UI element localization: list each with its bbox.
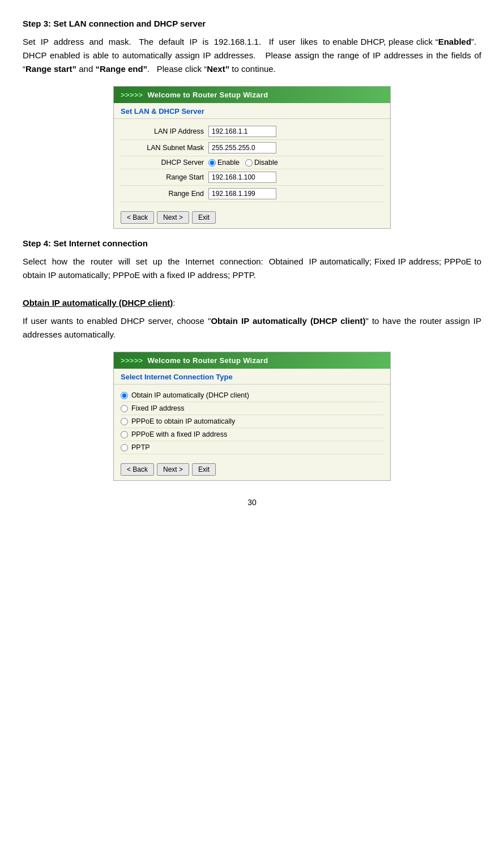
wizard1-footer: < Back Next > Exit: [114, 207, 390, 228]
wizard1-arrows: >>>>>: [121, 91, 143, 99]
wizard2-footer: < Back Next > Exit: [114, 459, 390, 480]
dhcp-enable-radio[interactable]: [208, 159, 216, 167]
bold-enabled: Enabled: [438, 37, 471, 46]
dhcp-server-label: DHCP Server: [121, 159, 208, 167]
conn-option-label-2: PPPoE to obtain IP automatically: [131, 417, 235, 425]
obtain-heading-underline: Obtain IP automatically (DHCP client): [23, 298, 173, 308]
wizard1-body: LAN IP Address 192.168.1.1 LAN Subnet Ma…: [114, 119, 390, 207]
wizard2-exit-button[interactable]: Exit: [192, 463, 216, 476]
wizard1-header: >>>>> Welcome to Router Setup Wizard: [114, 87, 390, 103]
wizard2-header-title: Welcome to Router Setup Wizard: [147, 356, 268, 365]
bold-range-end: “Range end”: [95, 64, 147, 74]
obtain-bold: Obtain IP automatically (DHCP client): [211, 316, 365, 326]
dhcp-disable-radio[interactable]: [245, 159, 253, 167]
range-end-value: 192.168.1.199: [208, 188, 276, 199]
wizard2-next-button[interactable]: Next >: [157, 463, 189, 476]
wizard2-header: >>>>> Welcome to Router Setup Wizard: [114, 352, 390, 369]
lan-mask-label: LAN Subnet Mask: [121, 144, 208, 152]
step3-paragraph: Set IP address and mask. The default IP …: [23, 35, 481, 76]
step3-heading: Step 3: Set LAN connection and DHCP serv…: [23, 17, 481, 31]
range-end-label: Range End: [121, 190, 208, 198]
wizard1-box: >>>>> Welcome to Router Setup Wizard Set…: [113, 86, 391, 229]
wizard2-subheader: Select Internet Connection Type: [114, 369, 390, 385]
range-start-value: 192.168.1.100: [208, 172, 276, 183]
lan-ip-label: LAN IP Address: [121, 127, 208, 135]
bold-range-start: Range start”: [25, 64, 76, 74]
wizard1-container: >>>>> Welcome to Router Setup Wizard Set…: [23, 86, 481, 229]
step4-paragraph: Select how the router will set up the In…: [23, 255, 481, 282]
conn-option-radio-2[interactable]: [121, 418, 128, 425]
conn-option-radio-4[interactable]: [121, 444, 128, 451]
range-start-label: Range Start: [121, 173, 208, 181]
dhcp-disable-option[interactable]: Disable: [245, 159, 278, 167]
conn-option-label-3: PPPoE with a fixed IP address: [131, 430, 227, 438]
wizard2-box: >>>>> Welcome to Router Setup Wizard Sel…: [113, 352, 391, 481]
conn-option-radio-1[interactable]: [121, 405, 128, 412]
conn-option-radio-0[interactable]: [121, 392, 128, 399]
lan-mask-value: 255.255.255.0: [208, 142, 276, 153]
obtain-heading: Obtain IP automatically (DHCP client):: [23, 296, 481, 310]
wizard2-container: >>>>> Welcome to Router Setup Wizard Sel…: [23, 352, 481, 481]
lan-mask-row: LAN Subnet Mask 255.255.255.0: [121, 140, 383, 156]
connection-options-list: Obtain IP automatically (DHCP client)Fix…: [121, 389, 383, 454]
lan-ip-row: LAN IP Address 192.168.1.1: [121, 123, 383, 140]
wizard2-back-button[interactable]: < Back: [121, 463, 154, 476]
wizard2-body: Obtain IP automatically (DHCP client)Fix…: [114, 385, 390, 459]
bold-next: Next”: [207, 64, 229, 74]
conn-option-label-0: Obtain IP automatically (DHCP client): [131, 391, 249, 399]
wizard1-back-button[interactable]: < Back: [121, 211, 154, 224]
dhcp-enable-label: Enable: [217, 159, 240, 167]
dhcp-server-row: DHCP Server Enable Disable: [121, 156, 383, 169]
step4-heading: Step 4: Set Internet connection: [23, 237, 481, 250]
range-end-row: Range End 192.168.1.199: [121, 186, 383, 202]
conn-option-2[interactable]: PPPoE to obtain IP automatically: [121, 415, 383, 428]
conn-option-label-1: Fixed IP address: [131, 404, 185, 412]
page-number: 30: [23, 498, 481, 507]
wizard1-next-button[interactable]: Next >: [157, 211, 189, 224]
dhcp-radio-group: Enable Disable: [208, 159, 278, 167]
dhcp-disable-label: Disable: [254, 159, 278, 167]
lan-ip-value: 192.168.1.1: [208, 126, 276, 137]
wizard1-header-title: Welcome to Router Setup Wizard: [147, 91, 268, 99]
obtain-paragraph: If user wants to enabled DHCP server, ch…: [23, 314, 481, 341]
conn-option-4[interactable]: PPTP: [121, 441, 383, 454]
wizard1-subheader: Set LAN & DHCP Server: [114, 103, 390, 119]
conn-option-1[interactable]: Fixed IP address: [121, 402, 383, 415]
conn-option-0[interactable]: Obtain IP automatically (DHCP client): [121, 389, 383, 402]
conn-option-radio-3[interactable]: [121, 431, 128, 438]
range-start-row: Range Start 192.168.1.100: [121, 169, 383, 186]
wizard1-exit-button[interactable]: Exit: [192, 211, 216, 224]
dhcp-enable-option[interactable]: Enable: [208, 159, 240, 167]
conn-option-3[interactable]: PPPoE with a fixed IP address: [121, 428, 383, 441]
wizard2-arrows: >>>>>: [121, 356, 143, 365]
conn-option-label-4: PPTP: [131, 443, 150, 451]
